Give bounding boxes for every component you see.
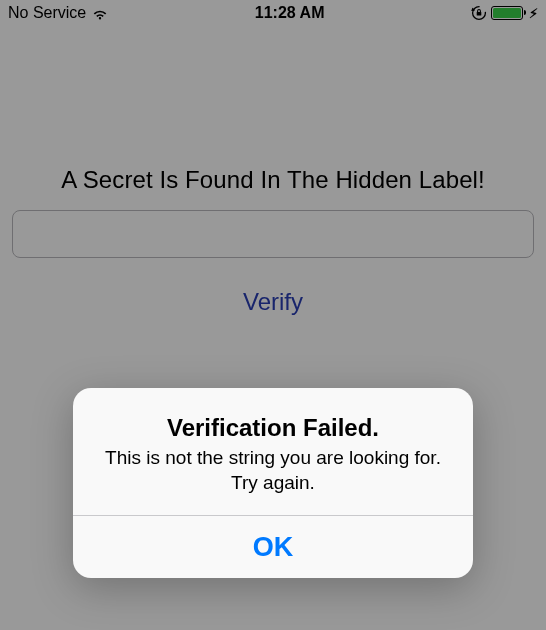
alert-body: Verification Failed. This is not the str… xyxy=(73,388,473,515)
alert-dialog: Verification Failed. This is not the str… xyxy=(73,388,473,578)
alert-title: Verification Failed. xyxy=(95,414,451,442)
alert-ok-button[interactable]: OK xyxy=(73,516,473,578)
alert-message: This is not the string you are looking f… xyxy=(95,446,451,495)
